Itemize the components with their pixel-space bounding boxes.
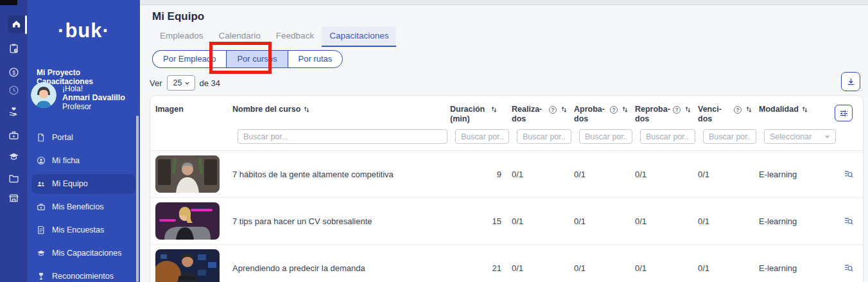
sort-icon[interactable] [621, 106, 629, 116]
col-realizados: Realizados ? [512, 101, 574, 125]
rail-wellness-button[interactable] [0, 106, 28, 117]
sidebar-item-mi-equipo[interactable]: Mi Equipo [31, 174, 135, 194]
user-name: Anmari Davalillo [62, 93, 125, 102]
row-details-button[interactable] [838, 169, 859, 179]
sidebar-scrollbar[interactable] [136, 116, 139, 282]
sidebar-item-mis-encuestas[interactable]: Mis Encuestas [28, 218, 140, 242]
sort-icon[interactable] [303, 106, 310, 116]
course-aprobados: 0/1 [574, 170, 635, 179]
courses-table: Imagen Nombre del curso Duración (min) R… [150, 95, 864, 282]
download-icon [846, 77, 856, 87]
person-circle-icon [37, 156, 46, 165]
help-icon[interactable]: ? [734, 106, 742, 114]
col-duracion: Duración (min) [450, 101, 512, 125]
clipboard-clock-icon [8, 43, 19, 54]
sort-icon[interactable] [745, 106, 752, 116]
rail-marketplace-button[interactable] [0, 193, 28, 204]
sidebar-item-label: Portal [52, 133, 73, 142]
sidebar-item-label: Mis Beneficios [52, 202, 104, 211]
modalidad-select-value: Seleccionar [770, 132, 812, 141]
sort-icon[interactable] [490, 106, 498, 116]
download-button[interactable] [841, 72, 860, 91]
tab-empleados[interactable]: Empleados [152, 27, 211, 47]
file-icon [37, 133, 46, 142]
tab-capacitaciones[interactable]: Capacitaciones [322, 27, 396, 47]
course-reprobados: 0/1 [635, 216, 698, 226]
user-role: Profesor [62, 102, 125, 111]
sidebar-item-label: Mi Equipo [52, 179, 88, 188]
browser-artifact [0, 0, 17, 5]
table-row[interactable]: Aprendiendo a predecir la demanda 21 0/1… [150, 244, 863, 282]
course-reprobados: 0/1 [635, 170, 698, 179]
course-name: 7 hábitos de la gente altamente competit… [232, 170, 450, 179]
course-realizados: 0/1 [512, 216, 574, 226]
column-settings-button[interactable] [835, 105, 853, 121]
dollar-circle-icon [8, 67, 19, 78]
tab-calendario[interactable]: Calendario [211, 27, 268, 47]
app-window: ·buk· Mi Proyecto Capacitaciones ¡Hola! … [0, 0, 868, 282]
por-cursos-button[interactable]: Por cursos [226, 50, 287, 68]
user-text: ¡Hola! Anmari Davalillo Profesor [62, 82, 125, 111]
buk-logo: ·buk· [28, 19, 140, 42]
filter-nombre-input[interactable] [238, 129, 447, 144]
col-vencidos: Vencidos ? [698, 101, 759, 125]
sidebar-item-label: Mis Capacitaciones [52, 249, 121, 258]
briefcase-star-icon [8, 130, 19, 141]
course-aprobados: 0/1 [574, 216, 635, 226]
sidebar-item-portal[interactable]: Portal [28, 126, 140, 149]
col-nombre: Nombre del curso [232, 101, 450, 125]
course-duration: 15 [450, 216, 512, 226]
sort-icon[interactable] [560, 106, 568, 116]
page-size-select[interactable]: 25 [167, 75, 195, 91]
filter-aprobados-input[interactable] [579, 129, 632, 144]
filter-reprobados-input[interactable] [640, 129, 695, 144]
filter-vencidos-input[interactable] [703, 129, 756, 144]
sidebar: ·buk· Mi Proyecto Capacitaciones ¡Hola! … [28, 0, 140, 282]
por-empleado-button[interactable]: Por Empleado [152, 50, 226, 68]
total-label: de 34 [200, 78, 221, 88]
table-row[interactable]: 7 hábitos de la gente altamente competit… [150, 150, 863, 197]
sidebar-item-mis-capacitaciones[interactable]: Mis Capacitaciones [28, 242, 140, 265]
tab-feedback[interactable]: Feedback [268, 27, 322, 47]
table-row[interactable]: 7 tips para hacer un CV sobresaliente 15… [150, 197, 863, 244]
course-duration: 9 [450, 170, 512, 179]
modalidad-select[interactable]: Seleccionar [764, 129, 836, 144]
row-details-button[interactable] [838, 216, 859, 226]
course-thumbnail [155, 155, 220, 193]
avatar [31, 82, 56, 108]
hand-heart-icon [8, 106, 19, 117]
col-aprobados: Aprobados ? [574, 101, 635, 125]
por-rutas-button[interactable]: Por rutas [288, 50, 343, 68]
top-band [140, 0, 868, 5]
document-icon [37, 225, 46, 234]
help-icon[interactable]: ? [610, 106, 618, 114]
rail-home-button[interactable] [8, 15, 25, 33]
folder-icon [8, 173, 19, 184]
graduation-cap-icon [37, 249, 46, 258]
course-vencidos: 0/1 [698, 263, 759, 273]
course-name: 7 tips para hacer un CV sobresaliente [232, 216, 450, 226]
sidebar-item-label: Mi ficha [52, 156, 80, 165]
sidebar-item-mi-ficha[interactable]: Mi ficha [28, 149, 140, 172]
rail-attendance-button[interactable] [0, 43, 28, 54]
sliders-icon [839, 109, 849, 118]
help-icon[interactable]: ? [673, 106, 681, 114]
user-box: ¡Hola! Anmari Davalillo Profesor [31, 82, 139, 111]
rail-training-button[interactable] [0, 151, 28, 162]
sort-icon[interactable] [684, 106, 691, 116]
sidebar-item-mis-beneficios[interactable]: Mis Beneficios [28, 195, 140, 218]
rail-payments-button[interactable] [0, 67, 28, 78]
col-modalidad: Modalidad [759, 101, 838, 125]
rail-benefits-button[interactable] [0, 130, 28, 141]
rail-time-button[interactable] [0, 85, 28, 96]
course-realizados: 0/1 [512, 170, 574, 179]
filter-duracion-input[interactable] [455, 129, 509, 144]
help-icon[interactable]: ? [549, 106, 557, 114]
sidebar-item-reconocimientos[interactable]: Reconocimientos [28, 265, 140, 282]
sort-icon[interactable] [801, 106, 808, 116]
rail-active-indicator [25, 15, 27, 34]
award-icon [37, 272, 46, 281]
filter-realizados-input[interactable] [517, 129, 571, 144]
rail-files-button[interactable] [0, 173, 28, 184]
row-details-button[interactable] [838, 263, 859, 273]
